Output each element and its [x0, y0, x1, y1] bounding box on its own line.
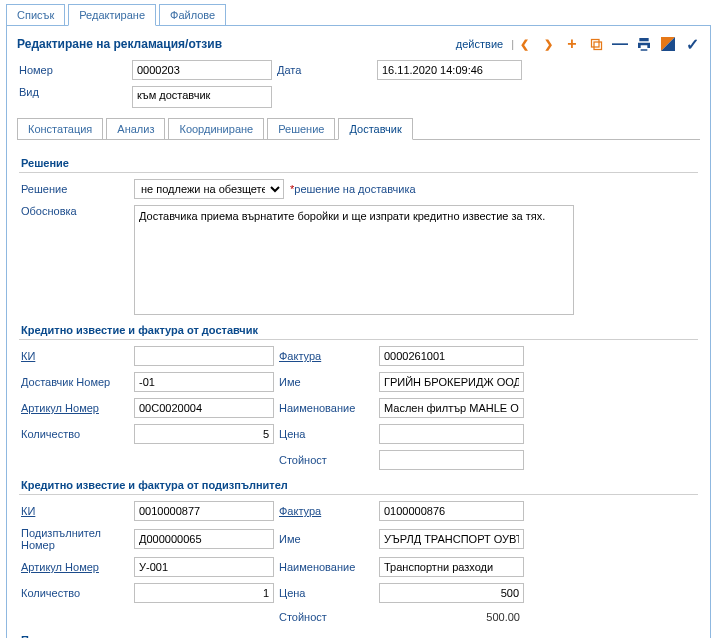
sub-amount-label: Стойност: [279, 611, 379, 623]
sup-price-input[interactable]: [379, 424, 524, 444]
tab-list[interactable]: Списък: [6, 4, 65, 26]
outer-tabs: Списък Редактиране Файлове: [6, 4, 717, 26]
tab-coordination[interactable]: Координиране: [168, 118, 264, 140]
sub-no-label: Подизпълнител Номер: [19, 527, 134, 551]
copy-icon[interactable]: [588, 36, 604, 52]
flag-icon[interactable]: [660, 36, 676, 52]
svg-rect-0: [594, 42, 602, 50]
sup-desc-label: Наименование: [279, 402, 379, 414]
sub-qty-input[interactable]: [134, 583, 274, 603]
sup-no-label: Доставчик Номер: [19, 376, 134, 388]
tab-decision[interactable]: Решение: [267, 118, 335, 140]
content-panel: Редактиране на рекламация/отзив действие…: [6, 25, 711, 638]
sup-price-label: Цена: [279, 428, 379, 440]
sup-qty-input[interactable]: [134, 424, 274, 444]
section-supplier-ci: Кредитно известие и фактура от доставчик: [19, 321, 698, 340]
sup-ci-label[interactable]: КИ: [19, 350, 134, 362]
inner-tabs: Констатация Анализ Координиране Решение …: [17, 118, 700, 140]
decision-select[interactable]: не подлежи на обезщетения: [134, 179, 284, 199]
type-label: Вид: [17, 86, 132, 98]
sub-qty-label: Количество: [19, 587, 134, 599]
sup-ci-input[interactable]: [134, 346, 274, 366]
add-icon[interactable]: +: [564, 36, 580, 52]
sub-invoice-input[interactable]: [379, 501, 524, 521]
prev-icon[interactable]: ❮: [516, 36, 532, 52]
separator: |: [511, 38, 514, 50]
sub-ci-input[interactable]: [134, 501, 274, 521]
sup-article-input[interactable]: [134, 398, 274, 418]
justification-text[interactable]: Доставчика приема върнатите боройки и ще…: [134, 205, 574, 315]
tab-edit[interactable]: Редактиране: [68, 4, 156, 26]
sub-amount-value: 500.00: [379, 609, 524, 625]
sub-name-label: Име: [279, 533, 379, 545]
sup-amount-label: Стойност: [279, 454, 379, 466]
action-link[interactable]: действие: [456, 38, 503, 50]
sup-name-input[interactable]: [379, 372, 524, 392]
sub-desc-label: Наименование: [279, 561, 379, 573]
sup-name-label: Име: [279, 376, 379, 388]
date-input[interactable]: [377, 60, 522, 80]
tab-supplier[interactable]: Доставчик: [338, 118, 412, 140]
sub-no-input[interactable]: [134, 529, 274, 549]
number-input[interactable]: [132, 60, 272, 80]
page-title: Редактиране на рекламация/отзив: [17, 37, 456, 51]
number-label: Номер: [17, 64, 132, 76]
type-input[interactable]: към доставчик: [132, 86, 272, 108]
toolbar-icons: ❮ ❯ + — ✓: [516, 36, 700, 52]
next-icon[interactable]: ❯: [540, 36, 556, 52]
sup-invoice-input[interactable]: [379, 346, 524, 366]
tab-analysis[interactable]: Анализ: [106, 118, 165, 140]
sub-article-label[interactable]: Артикул Номер: [19, 561, 134, 573]
section-sub-ci: Кредитно известие и фактура от подизпълн…: [19, 476, 698, 495]
sup-amount-input[interactable]: [379, 450, 524, 470]
sub-invoice-label[interactable]: Фактура: [279, 505, 379, 517]
tab-findings[interactable]: Констатация: [17, 118, 103, 140]
sub-name-input[interactable]: [379, 529, 524, 549]
justification-label: Обосновка: [19, 205, 134, 217]
sub-price-input[interactable]: [379, 583, 524, 603]
sub-desc-input[interactable]: [379, 557, 524, 577]
sup-invoice-label[interactable]: Фактура: [279, 350, 379, 362]
sup-desc-input[interactable]: [379, 398, 524, 418]
sub-article-input[interactable]: [134, 557, 274, 577]
decision-note: решение на доставчика: [294, 183, 415, 195]
sup-article-label[interactable]: Артикул Номер: [19, 402, 134, 414]
sup-qty-label: Количество: [19, 428, 134, 440]
confirm-icon[interactable]: ✓: [684, 36, 700, 52]
sub-price-label: Цена: [279, 587, 379, 599]
dash-icon[interactable]: —: [612, 36, 628, 52]
svg-rect-1: [591, 39, 599, 47]
print-icon[interactable]: [636, 36, 652, 52]
decision-label: Решение: [19, 183, 134, 195]
section-decision: Решение: [19, 154, 698, 173]
date-label: Дата: [277, 64, 377, 76]
tab-files[interactable]: Файлове: [159, 4, 226, 26]
sup-no-input[interactable]: [134, 372, 274, 392]
sub-ci-label[interactable]: КИ: [19, 505, 134, 517]
section-signature: Подпис: [19, 631, 698, 638]
